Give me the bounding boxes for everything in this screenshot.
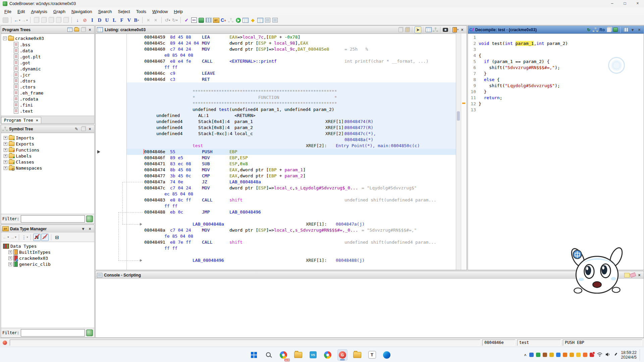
- graph-icon[interactable]: [592, 27, 598, 33]
- expander-icon[interactable]: +: [4, 142, 7, 146]
- listing-row[interactable]: 080484773b 45 0cCMPEAX,dword ptr [EBP + …: [127, 173, 456, 179]
- dtm-back-icon[interactable]: ←▾: [2, 234, 9, 241]
- run-script-button[interactable]: [235, 17, 241, 23]
- decompile-line[interactable]: 1: [468, 35, 644, 41]
- close-panel-icon[interactable]: ×: [636, 27, 642, 33]
- tree-item-section[interactable]: .text: [14, 108, 33, 114]
- export-icon[interactable]: [612, 27, 619, 33]
- typora-icon[interactable]: T: [367, 349, 377, 361]
- tree-item-section[interactable]: .dtors: [14, 78, 36, 84]
- tree-item-section[interactable]: .dynamic: [14, 66, 41, 72]
- define-f-button[interactable]: F: [118, 17, 125, 23]
- processor-manual-button[interactable]: [272, 17, 278, 23]
- define-u-button[interactable]: U: [104, 17, 110, 23]
- decompile-line[interactable]: 2void test(int param_1,int param_2): [468, 41, 644, 47]
- listing-row[interactable]: LAB_08048496XREF[1]:08048488(j): [127, 257, 456, 263]
- back-button[interactable]: ←▾: [14, 17, 20, 23]
- dtm-filter-input[interactable]: [21, 329, 85, 337]
- listing-row[interactable]: 08048483e8 8c ffCALLshiftundefined shift…: [127, 197, 456, 203]
- tray-app-2-icon[interactable]: [536, 353, 540, 357]
- tree-item-root[interactable]: −crackme0x03: [3, 35, 44, 41]
- tree-item-section[interactable]: .got: [14, 60, 30, 66]
- listing-row[interactable]: testXREF[2]:Entry Point(*), main:0804850…: [127, 143, 456, 149]
- new-tree-icon[interactable]: [67, 27, 73, 33]
- tab-close-icon[interactable]: ×: [36, 118, 38, 123]
- define-v-button[interactable]: V: [126, 17, 132, 23]
- listing-row[interactable]: ****************************************…: [127, 101, 456, 107]
- function-graph-icon[interactable]: [432, 27, 438, 33]
- tree-item-section[interactable]: .bss: [14, 42, 30, 48]
- close-panel-icon[interactable]: ×: [87, 226, 93, 232]
- decompile-line[interactable]: 8 else {: [468, 77, 644, 83]
- define-l-button[interactable]: L: [111, 17, 118, 23]
- listing-row[interactable]: 0804848a(*): [127, 137, 456, 143]
- redo-button[interactable]: ↻▾: [171, 17, 178, 23]
- chrome-icon[interactable]: [323, 349, 333, 361]
- symbol-tree-item-classes[interactable]: +CClasses: [4, 159, 34, 165]
- dtm-item-builtintypes[interactable]: +BuiltInTypes: [8, 249, 51, 255]
- listing-row[interactable]: 0804847183 ec 08SUBESP,0x8: [127, 161, 456, 167]
- tray-app-6-icon[interactable]: [563, 353, 567, 357]
- paste-icon[interactable]: [404, 27, 410, 33]
- menu-analysis[interactable]: Analysis: [28, 8, 50, 15]
- file-explorer-icon[interactable]: [293, 349, 303, 361]
- symbol-tree-filter-input[interactable]: [21, 215, 85, 223]
- desktop-mascot[interactable]: [564, 245, 630, 295]
- listing-row[interactable]: 08048488eb 0cJMPLAB_08048496: [127, 209, 456, 215]
- close-panel-icon[interactable]: ×: [636, 272, 642, 278]
- tree-item-section[interactable]: .data: [14, 48, 33, 54]
- tree-item-section[interactable]: .eh_frame: [14, 90, 43, 96]
- define-b-button[interactable]: B▾: [133, 17, 140, 23]
- ghidra-icon[interactable]: G: [337, 349, 347, 361]
- snapshot-icon[interactable]: [80, 126, 86, 132]
- decompile-line[interactable]: 9 shift("Lqydolg#Sdvvzrug$");: [468, 83, 644, 89]
- listing-row[interactable]: 08048467e8 e4 feCALL<EXTERNAL>::printfin…: [127, 58, 456, 64]
- menu-file[interactable]: File: [1, 8, 14, 15]
- listing-row[interactable]: fe 85 04 08: [127, 233, 456, 239]
- tray-expand-icon[interactable]: ˄: [524, 353, 526, 357]
- tray-app-10-icon[interactable]: [590, 353, 594, 357]
- decompile-book-button[interactable]: [198, 17, 205, 23]
- listing-row[interactable]: undefined test(undefined4 param_1, undef…: [127, 107, 456, 113]
- bookmark-button[interactable]: ◆: [250, 17, 256, 23]
- tree-item-section[interactable]: .fini: [14, 102, 33, 108]
- tree-item-section[interactable]: .got.plt: [14, 54, 41, 60]
- dtm-hide-pointers-toggle[interactable]: ☞: [41, 234, 49, 241]
- refresh-icon[interactable]: ↻: [586, 27, 592, 33]
- decompile-body[interactable]: 12void test(int param_1,int param_2)34{5…: [468, 34, 644, 270]
- menu-window[interactable]: Window: [149, 8, 171, 15]
- merge-table-button[interactable]: ×: [152, 17, 159, 23]
- decompile-line[interactable]: 11 return;: [468, 95, 644, 101]
- listing-row[interactable]: LAB_0804848aXREF[1]:0804847a(j): [127, 221, 456, 227]
- listing-row[interactable]: [127, 82, 456, 88]
- dtm-forward-icon[interactable]: →▾: [10, 234, 16, 241]
- table-view-button[interactable]: [242, 17, 249, 23]
- tray-app-5-icon[interactable]: [556, 353, 560, 357]
- forward-button[interactable]: →▾: [21, 17, 28, 23]
- listing-row[interactable]: ec 85 04 08: [127, 191, 456, 197]
- expander-icon[interactable]: +: [4, 154, 7, 158]
- symbol-tree-item-imports[interactable]: +▲Imports: [4, 135, 34, 141]
- tree-item-section[interactable]: .rodata: [14, 96, 38, 102]
- listing-body[interactable]: 080484598d 45 88LEAEAX=>local_7c,[EBP + …: [96, 34, 467, 270]
- decompile-line[interactable]: 4{: [468, 53, 644, 59]
- program-tree-tab[interactable]: Program Tree ×: [1, 117, 41, 123]
- filter-options-icon[interactable]: [86, 329, 93, 336]
- listing-row[interactable]: 0804848ac7 04 24MOVdword ptr [ESP]=>loca…: [127, 227, 456, 233]
- search-button[interactable]: [264, 349, 274, 361]
- listing-row[interactable]: ff ff: [127, 203, 456, 209]
- decompile-line[interactable]: 3: [468, 47, 644, 53]
- expander-icon[interactable]: +: [4, 148, 7, 152]
- tray-app-4-icon[interactable]: [549, 353, 554, 357]
- decompile-line[interactable]: 6 shift("Sdvvzrug#RN$$$#=,");: [468, 65, 644, 71]
- copy-icon[interactable]: [397, 27, 404, 33]
- listing-row[interactable]: undefinedAL:1<RETURN>: [127, 113, 456, 119]
- listing-book-icon[interactable]: ▾: [452, 27, 459, 33]
- tray-app-1-icon[interactable]: [529, 353, 534, 357]
- console-output[interactable]: [96, 279, 644, 338]
- define-d-button[interactable]: D: [96, 17, 103, 23]
- cpp-parser-button[interactable]: C+: [220, 17, 227, 23]
- start-button[interactable]: [249, 349, 259, 361]
- listing-row[interactable]: 0804846cc9LEAVE: [127, 70, 456, 76]
- expander-icon[interactable]: +: [8, 256, 12, 260]
